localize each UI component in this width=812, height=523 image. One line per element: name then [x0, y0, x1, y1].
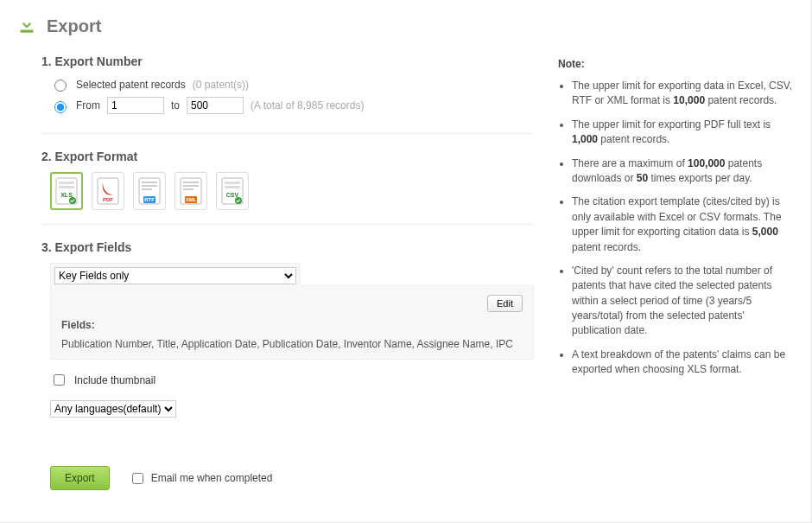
svg-rect-10	[142, 185, 157, 187]
section3-title: 3. Export Fields	[41, 240, 534, 254]
radio-selected-records[interactable]	[54, 80, 67, 92]
svg-rect-11	[142, 188, 152, 190]
svg-text:PDF: PDF	[103, 197, 113, 202]
radio-selected-label: Selected patent records	[76, 79, 186, 91]
note-item: The citation export template (cites/cite…	[572, 195, 796, 255]
include-thumbnail-checkbox[interactable]	[54, 374, 65, 386]
note-item: The upper limit for exporting data in Ex…	[572, 79, 796, 109]
svg-rect-22	[225, 186, 240, 188]
language-select[interactable]: Any languages(default)	[50, 400, 176, 418]
svg-rect-9	[142, 182, 157, 183]
notes-title: Note:	[558, 58, 796, 70]
page-header: Export	[16, 14, 796, 39]
note-item: There are a maximum of 100,000 patents d…	[572, 156, 796, 187]
to-input[interactable]	[187, 97, 244, 114]
format-rtf[interactable]: RTF	[133, 172, 166, 210]
edit-fields-button[interactable]: Edit	[487, 295, 523, 312]
selected-count: (0 patent(s))	[193, 79, 249, 91]
radio-from-to[interactable]	[54, 101, 67, 113]
section2-title: 2. Export Format	[41, 150, 534, 163]
to-label: to	[171, 99, 180, 112]
format-xls[interactable]: XLS	[50, 172, 83, 210]
fields-label: Fields:	[61, 319, 523, 331]
svg-rect-0	[20, 29, 33, 32]
note-item: The upper limit for exporting PDF full t…	[572, 118, 796, 148]
total-records: (A total of 8,985 records)	[251, 99, 364, 112]
fields-select[interactable]: Key Fields only	[54, 267, 296, 284]
svg-rect-3	[59, 186, 74, 188]
from-label: From	[76, 99, 100, 112]
email-checkbox[interactable]	[132, 473, 143, 484]
include-thumbnail-label: Include thumbnail	[74, 374, 155, 386]
notes-list: The upper limit for exporting data in Ex…	[558, 79, 796, 378]
section1-title: 1. Export Number	[41, 54, 534, 68]
svg-text:XLS: XLS	[60, 192, 73, 198]
from-input[interactable]	[107, 97, 164, 114]
svg-rect-16	[183, 185, 199, 187]
fields-value: Publication Number, Title, Application D…	[61, 338, 523, 350]
note-item: 'Cited by' count refers to the total num…	[572, 264, 796, 339]
svg-rect-21	[225, 182, 240, 184]
page-title: Export	[47, 16, 101, 36]
svg-rect-17	[183, 188, 193, 190]
format-csv[interactable]: CSV	[216, 172, 249, 210]
format-pdf[interactable]: PDF	[92, 172, 124, 210]
email-label: Email me when completed	[151, 472, 273, 484]
svg-text:XML: XML	[186, 197, 197, 202]
download-icon	[16, 14, 38, 39]
format-xml[interactable]: XML	[174, 172, 207, 210]
svg-rect-15	[183, 182, 199, 183]
format-list: XLS PDF RTF XML CSV	[50, 172, 534, 210]
svg-rect-2	[59, 182, 74, 184]
note-item: A text breakdown of the patents' claims …	[572, 348, 796, 378]
svg-text:CSV: CSV	[226, 192, 239, 198]
svg-text:RTF: RTF	[144, 197, 155, 202]
export-button[interactable]: Export	[50, 466, 110, 490]
